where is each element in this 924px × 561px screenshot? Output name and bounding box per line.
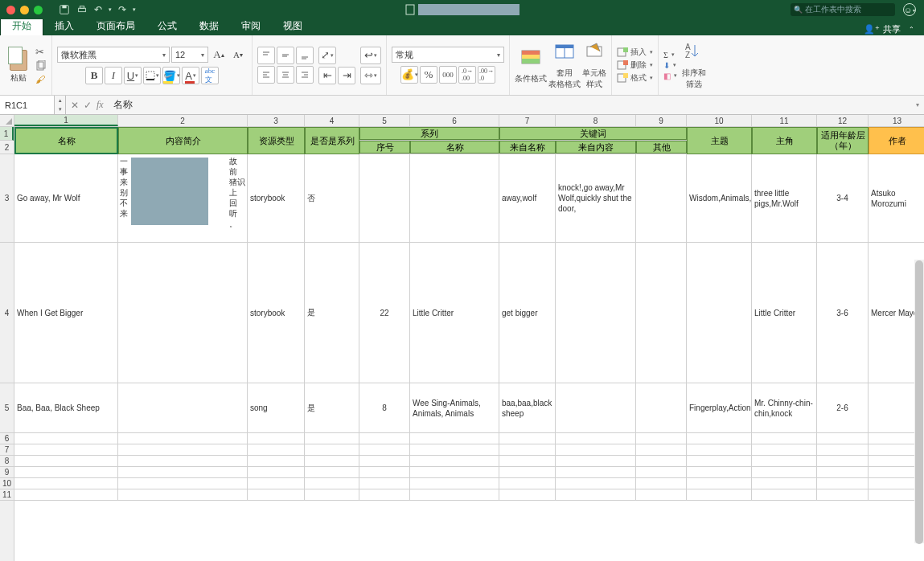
col-header[interactable]: 6	[410, 115, 499, 126]
empty-cell[interactable]	[359, 456, 410, 466]
cancel-formula-icon[interactable]: ✕	[71, 100, 79, 111]
data-cell[interactable]: 8	[359, 383, 410, 432]
empty-cell[interactable]	[556, 467, 636, 477]
fill-button[interactable]: ⬇▾	[663, 61, 677, 70]
header-cell-author[interactable]: 作者	[869, 127, 924, 154]
name-box[interactable]: R1C1	[0, 96, 55, 114]
col-header[interactable]: 7	[499, 115, 556, 126]
data-cell[interactable]: song	[248, 383, 305, 432]
empty-cell[interactable]	[817, 444, 869, 455]
increase-decimal-button[interactable]: .0→.00	[458, 66, 476, 84]
empty-cell[interactable]	[556, 433, 636, 444]
delete-cells-button[interactable]: 删除▾	[617, 59, 653, 71]
empty-cell[interactable]	[687, 467, 752, 477]
insert-cells-button[interactable]: 插入▾	[617, 47, 653, 58]
autosum-button[interactable]: Σ▾	[663, 51, 677, 59]
empty-cell[interactable]	[118, 444, 248, 455]
empty-cell[interactable]	[817, 489, 869, 500]
row-header[interactable]: 6	[0, 433, 14, 444]
comma-button[interactable]: 000	[439, 66, 457, 84]
tab-insert[interactable]: 插入	[43, 18, 85, 35]
empty-cell[interactable]	[687, 444, 752, 455]
formula-input[interactable]: 名称	[109, 98, 916, 112]
empty-cell[interactable]	[305, 433, 359, 444]
increase-font-icon[interactable]: A▴	[210, 46, 228, 63]
empty-cell[interactable]	[817, 456, 869, 466]
vertical-scrollbar[interactable]	[914, 260, 924, 543]
align-left-icon[interactable]	[257, 66, 275, 84]
sort-filter-icon[interactable]: AZ	[682, 40, 706, 64]
empty-cell[interactable]	[248, 478, 305, 489]
header-cell-other[interactable]: 其他	[636, 141, 687, 154]
empty-cell[interactable]	[817, 433, 869, 444]
clear-button[interactable]: ◧▾	[663, 72, 677, 80]
redo-icon[interactable]: ↷	[118, 4, 126, 15]
data-cell[interactable]	[636, 383, 687, 432]
header-cell-fromcontent[interactable]: 来自内容	[556, 141, 636, 154]
row-header[interactable]: 8	[0, 456, 14, 467]
empty-cell[interactable]	[410, 478, 499, 489]
format-painter-icon[interactable]: 🖌	[35, 74, 47, 85]
empty-cell[interactable]	[817, 478, 869, 489]
percent-button[interactable]: %	[420, 66, 437, 84]
empty-cell[interactable]	[687, 478, 752, 489]
empty-cell[interactable]	[248, 444, 305, 455]
row-header[interactable]: 9	[0, 467, 14, 478]
empty-cell[interactable]	[248, 456, 305, 466]
empty-cell[interactable]	[636, 467, 687, 477]
workbook-search-input[interactable]: 🔍 在工作表中搜索	[791, 3, 895, 16]
data-cell[interactable]: 否	[305, 154, 359, 242]
row-header[interactable]: 10	[0, 478, 14, 489]
header-cell-mainchar[interactable]: 主角	[752, 127, 817, 154]
data-cell[interactable]: knock!,go away,Mr Wolf,quickly shut the …	[556, 154, 636, 242]
data-cell[interactable]: 3-6	[817, 243, 869, 383]
number-format-combo[interactable]: 常规▾	[392, 47, 504, 63]
header-cell-seriesname[interactable]: 名称	[410, 141, 499, 154]
header-cell-theme[interactable]: 主题	[687, 127, 752, 154]
empty-cell[interactable]	[359, 444, 410, 455]
tab-data[interactable]: 数据	[188, 18, 230, 35]
row-header[interactable]: 5	[0, 383, 14, 433]
empty-cell[interactable]	[118, 489, 248, 500]
col-header[interactable]: 10	[687, 115, 752, 126]
empty-cell[interactable]	[499, 433, 556, 444]
wrap-text-button[interactable]: ↩▾	[360, 47, 381, 64]
empty-cell[interactable]	[752, 489, 817, 500]
data-cell[interactable]	[118, 383, 248, 432]
empty-cell[interactable]	[305, 456, 359, 466]
undo-icon[interactable]: ↶	[94, 4, 102, 15]
header-cell-keywords[interactable]: 关键词	[499, 127, 687, 140]
empty-cell[interactable]	[410, 433, 499, 444]
header-cell-age[interactable]: 适用年龄层 （年）	[817, 127, 869, 154]
empty-cell[interactable]	[752, 478, 817, 489]
empty-cell[interactable]	[359, 478, 410, 489]
cell-styles-icon[interactable]	[582, 40, 606, 64]
empty-cell[interactable]	[636, 478, 687, 489]
data-cell[interactable]: 是	[305, 383, 359, 432]
data-cell[interactable]: 是	[305, 243, 359, 383]
cut-icon[interactable]: ✂	[35, 46, 47, 58]
empty-cell[interactable]	[410, 489, 499, 500]
data-cell[interactable]: 3-4	[817, 154, 869, 242]
header-cell-fromname[interactable]: 来自名称	[499, 141, 556, 154]
empty-cell[interactable]	[556, 478, 636, 489]
data-cell[interactable]: baa,baa,black sheep	[499, 383, 556, 432]
col-header[interactable]: 8	[556, 115, 636, 126]
data-cell[interactable]: Wee Sing-Animals, Animals, Animals	[410, 383, 499, 432]
font-color-button[interactable]: A▾	[182, 67, 199, 84]
data-cell[interactable]	[556, 383, 636, 432]
empty-cell[interactable]	[305, 467, 359, 477]
empty-cell[interactable]	[752, 467, 817, 477]
data-cell[interactable]: Baa, Baa, Black Sheep	[14, 383, 118, 432]
empty-cell[interactable]	[752, 444, 817, 455]
empty-cell[interactable]	[499, 478, 556, 489]
data-cell[interactable]: Go away, Mr Wolf	[14, 154, 118, 242]
font-size-combo[interactable]: 12▾	[171, 47, 208, 63]
data-cell[interactable]: Mr. Chinny-chin-chin,knock	[752, 383, 817, 432]
empty-cell[interactable]	[118, 467, 248, 477]
empty-cell[interactable]	[817, 467, 869, 477]
empty-cell[interactable]	[687, 489, 752, 500]
data-cell[interactable]	[636, 243, 687, 383]
italic-button[interactable]: I	[105, 67, 122, 84]
tab-layout[interactable]: 页面布局	[85, 18, 146, 35]
